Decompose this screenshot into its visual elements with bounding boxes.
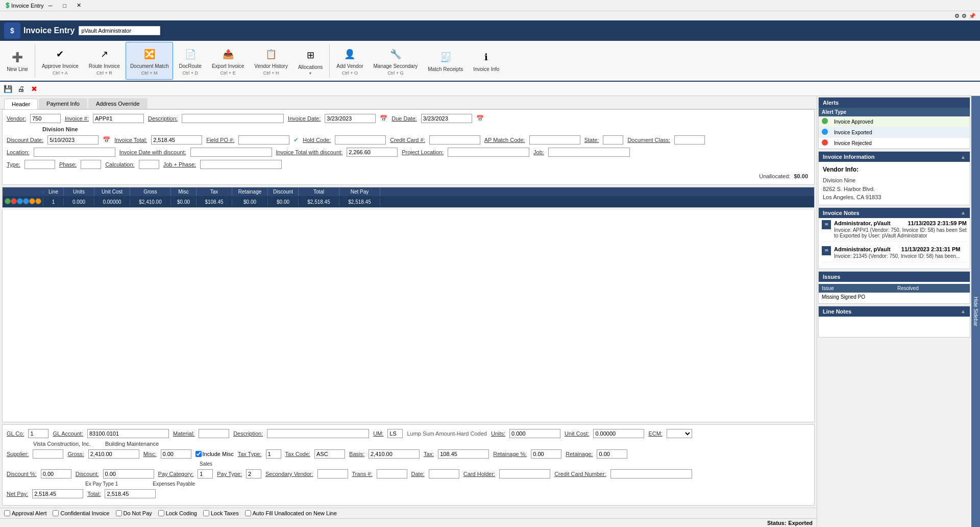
invoice-date-label[interactable]: Invoice Date: — [288, 115, 321, 122]
pay-category-label[interactable]: Pay Category: — [158, 471, 194, 477]
checkbox-item-approval-alert[interactable]: Approval Alert — [4, 510, 46, 516]
discount-label[interactable]: Discount: — [76, 471, 99, 477]
checkbox-approval-alert[interactable] — [4, 510, 10, 516]
restore-button[interactable]: □ — [58, 1, 71, 10]
calculation-label[interactable]: Calculation: — [105, 161, 134, 167]
discount-date-calendar-icon[interactable]: 📅 — [103, 136, 110, 143]
invoice-date-calendar-icon[interactable]: 📅 — [380, 115, 387, 122]
total-input[interactable] — [105, 489, 156, 498]
ap-match-code-input[interactable] — [529, 135, 580, 145]
due-date-label[interactable]: Due Date: — [391, 115, 417, 122]
checkbox-label-confidential-invoice[interactable]: Confidential Invoice — [60, 510, 109, 516]
ribbon-btn-add-vendor[interactable]: 👤 Add Vendor Ctrl + O — [332, 42, 368, 80]
invoice-info-collapse[interactable]: ▲ — [961, 154, 966, 160]
detail-gross-label[interactable]: Gross: — [67, 451, 84, 457]
job-label[interactable]: Job: — [533, 149, 544, 155]
checkbox-label-do-not-pay[interactable]: Do Not Pay — [124, 510, 152, 516]
tax-code-label[interactable]: Tax Code: — [285, 451, 311, 457]
checkbox-lock-coding[interactable] — [158, 510, 164, 516]
retainage-input[interactable] — [597, 449, 627, 459]
tax-type-label[interactable]: Tax Type: — [238, 451, 262, 457]
ribbon-btn-docroute[interactable]: 📄 DocRoute Ctrl + D — [174, 42, 206, 80]
include-misc-checkbox[interactable]: Include Misc — [195, 451, 234, 457]
type-label[interactable]: Type: — [7, 161, 20, 167]
checkbox-item-lock-coding[interactable]: Lock Coding — [158, 510, 197, 516]
checkbox-item-confidential-invoice[interactable]: Confidential Invoice — [53, 510, 109, 516]
vendor-label[interactable]: Vendor: — [7, 115, 26, 122]
supplier-input[interactable] — [33, 449, 63, 459]
date-input[interactable] — [429, 469, 459, 478]
ribbon-btn-route-invoice[interactable]: ↗ Route Invoice Ctrl + R — [84, 42, 125, 80]
credit-card-input[interactable] — [429, 135, 480, 145]
state-label[interactable]: State: — [584, 137, 599, 143]
pin-icon[interactable]: 📌 — [969, 13, 976, 19]
gl-account-input[interactable] — [87, 429, 169, 438]
checkbox-label-lock-taxes[interactable]: Lock Taxes — [211, 510, 239, 516]
checkbox-lock-taxes[interactable] — [203, 510, 209, 516]
field-po-check-icon[interactable]: ✔ — [293, 136, 299, 143]
basis-input[interactable] — [369, 449, 420, 459]
units-label[interactable]: Units: — [491, 430, 505, 437]
ribbon-btn-approve-invoice[interactable]: ✔ Approve Invoice Ctrl + A — [37, 42, 83, 80]
um-label[interactable]: UM: — [373, 430, 383, 437]
close-toolbar-button[interactable]: ✖ — [29, 83, 40, 94]
discount-pct-label[interactable]: Discount %: — [7, 471, 37, 477]
tax-code-input[interactable] — [314, 449, 345, 459]
type-input[interactable] — [24, 160, 55, 169]
checkbox-label-auto-fill[interactable]: Auto Fill Unallocated on New Line — [253, 510, 337, 516]
date-label[interactable]: Date: — [411, 471, 425, 477]
ribbon-btn-allocations[interactable]: ⊞ Allocations ▼ — [293, 42, 327, 80]
calculation-input[interactable] — [139, 160, 159, 169]
job-phase-input[interactable] — [200, 160, 282, 169]
location-label[interactable]: Location: — [7, 149, 30, 155]
document-class-label[interactable]: Document Class: — [627, 137, 670, 143]
state-input[interactable] — [603, 135, 623, 145]
secondary-vendor-input[interactable] — [317, 469, 348, 478]
ribbon-btn-match-receipts[interactable]: 🧾 Match Receipts — [423, 42, 468, 80]
hold-code-label[interactable]: Hold Code: — [303, 137, 331, 143]
discount-date-label[interactable]: Discount Date: — [7, 137, 43, 143]
ribbon-btn-vendor-history[interactable]: 📋 Vendor History Ctrl + H — [250, 42, 292, 80]
card-holder-input[interactable] — [499, 469, 550, 478]
line-notes-collapse[interactable]: ▲ — [961, 308, 966, 314]
phase-input[interactable] — [81, 160, 101, 169]
um-input[interactable] — [387, 429, 403, 438]
job-phase-label[interactable]: Job + Phase: — [163, 161, 197, 167]
tab-header[interactable]: Header — [4, 99, 38, 109]
ribbon-btn-export-invoice[interactable]: 📤 Export Invoice Ctrl + E — [207, 42, 249, 80]
save-toolbar-button[interactable]: 💾 — [2, 83, 13, 94]
gl-co-label[interactable]: GL Co: — [7, 430, 24, 437]
gl-co-input[interactable] — [28, 429, 48, 438]
include-misc-cb[interactable] — [195, 451, 202, 457]
ribbon-btn-manage-secondary[interactable]: 🔧 Manage Secondary Ctrl + G — [369, 42, 423, 80]
discount-pct-input[interactable] — [41, 469, 71, 478]
card-holder-label[interactable]: Card Holder: — [463, 471, 495, 477]
pay-type-input[interactable] — [246, 469, 261, 478]
invoice-num-input[interactable] — [93, 114, 144, 123]
gl-account-label[interactable]: GL Account: — [53, 430, 83, 437]
detail-tax-label[interactable]: Tax: — [424, 451, 434, 457]
credit-card-label[interactable]: Credit Card #: — [390, 137, 425, 143]
detail-gross-input[interactable] — [88, 449, 139, 459]
hold-code-input[interactable] — [335, 135, 386, 145]
material-input[interactable] — [199, 429, 229, 438]
material-label[interactable]: Material: — [173, 430, 194, 437]
invoice-num-label[interactable]: Invoice #: — [65, 115, 89, 122]
field-po-label[interactable]: Field PO #: — [206, 137, 234, 143]
credit-card-num-input[interactable] — [610, 469, 692, 478]
discount-input[interactable] — [103, 469, 154, 478]
document-class-input[interactable] — [674, 135, 705, 145]
print-toolbar-button[interactable]: 🖨 — [15, 83, 27, 94]
invoice-notes-collapse[interactable]: ▲ — [961, 210, 966, 215]
ecm-select[interactable] — [667, 429, 692, 438]
tab-payment-info[interactable]: Payment Info — [39, 98, 87, 109]
secondary-vendor-label[interactable]: Secondary Vendor: — [265, 471, 313, 477]
unit-cost-label[interactable]: Unit Cost: — [565, 430, 589, 437]
user-input[interactable] — [79, 26, 160, 35]
minimize-button[interactable]: ─ — [44, 1, 57, 10]
credit-card-num-label[interactable]: Credit Card Number: — [554, 471, 606, 477]
field-po-input[interactable] — [238, 135, 289, 145]
alert-row-invoice-approved[interactable]: Invoice Approved — [819, 116, 970, 127]
checkbox-item-auto-fill[interactable]: Auto Fill Unallocated on New Line — [245, 510, 337, 516]
location-input[interactable] — [34, 148, 115, 157]
